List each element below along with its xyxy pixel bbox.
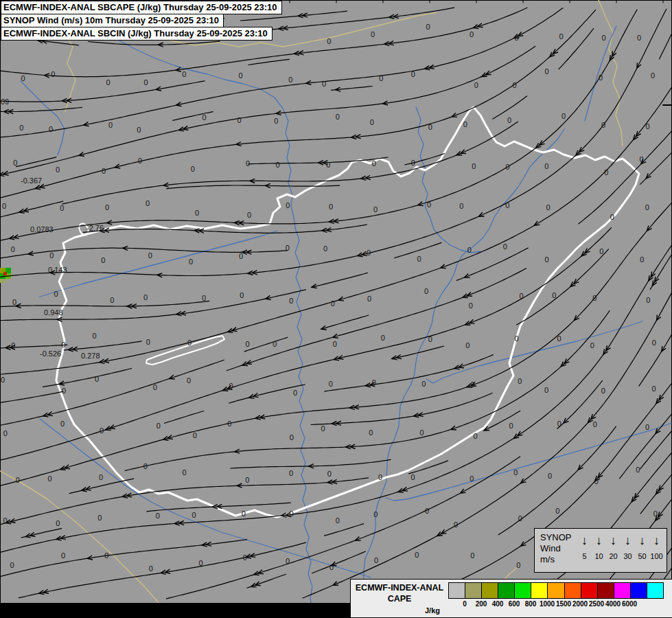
svg-text:0: 0 — [101, 256, 105, 264]
svg-text:0: 0 — [411, 70, 415, 78]
streamlines-layer — [0, 7, 672, 599]
wind-speed-item: ↓30 — [621, 530, 635, 572]
svg-text:0: 0 — [640, 255, 644, 264]
svg-text:0: 0 — [601, 34, 605, 42]
svg-text:0: 0 — [60, 204, 64, 212]
svg-text:0: 0 — [153, 383, 157, 391]
svg-text:0: 0 — [374, 556, 378, 564]
svg-text:0: 0 — [545, 67, 549, 76]
svg-text:0: 0 — [516, 561, 520, 569]
svg-text:0: 0 — [243, 553, 247, 562]
svg-text:-2.76: -2.76 — [86, 224, 104, 232]
svg-text:0: 0 — [137, 126, 141, 134]
cape-scale-label: 4000 — [605, 600, 621, 608]
svg-text:0.948: 0.948 — [44, 308, 63, 317]
cape-color-cell — [630, 583, 647, 598]
svg-text:0: 0 — [512, 81, 516, 89]
svg-text:0: 0 — [421, 380, 426, 388]
svg-text:0: 0 — [2, 202, 6, 210]
svg-text:0: 0 — [333, 340, 337, 348]
svg-text:0: 0 — [246, 159, 250, 168]
svg-text:0: 0 — [515, 34, 519, 42]
wind-legend-param: Wind — [540, 543, 577, 554]
wind-legend-title: SYNOP Wind m/s — [535, 529, 577, 572]
svg-text:0: 0 — [610, 213, 614, 221]
svg-text:0: 0 — [544, 386, 548, 394]
wind-speed-item: ↓20 — [606, 530, 621, 572]
svg-text:0: 0 — [110, 296, 114, 304]
svg-text:0: 0 — [474, 432, 478, 440]
svg-text:0: 0 — [604, 168, 608, 176]
svg-text:0: 0 — [240, 291, 244, 299]
svg-text:0: 0 — [601, 121, 605, 129]
svg-text:0: 0 — [19, 124, 23, 132]
cape-color-cell — [531, 583, 547, 598]
svg-text:0: 0 — [16, 476, 20, 484]
svg-text:0: 0 — [601, 387, 605, 395]
map-title-block: ECMWF-INDEX-ANAL SBCAPE (J/kg) Thursday … — [1, 1, 282, 41]
svg-text:0: 0 — [428, 335, 432, 343]
svg-text:0: 0 — [245, 476, 249, 484]
down-arrow-icon: ↓ — [592, 530, 606, 552]
svg-text:0: 0 — [146, 199, 150, 207]
cape-color-cell — [581, 583, 597, 598]
svg-text:0.278: 0.278 — [81, 352, 100, 360]
svg-text:0: 0 — [472, 162, 476, 170]
svg-text:0: 0 — [322, 80, 326, 88]
svg-text:0: 0 — [144, 78, 148, 87]
svg-text:0: 0 — [105, 203, 109, 211]
down-arrow-icon: ↓ — [635, 530, 649, 552]
svg-text:0: 0 — [336, 516, 340, 525]
svg-text:0: 0 — [276, 161, 280, 169]
svg-text:0: 0 — [545, 255, 549, 264]
svg-text:0: 0 — [327, 470, 332, 478]
down-arrow-icon: ↓ — [649, 530, 664, 552]
cape-legend-model: ECMWF-INDEX-ANAL — [351, 582, 448, 593]
svg-text:0: 0 — [290, 433, 294, 442]
svg-text:0: 0 — [425, 507, 429, 515]
wind-speed-label: 50 — [635, 552, 649, 560]
svg-text:0: 0 — [652, 385, 656, 393]
wind-speed-label: 5 — [577, 552, 592, 560]
svg-text:0: 0 — [470, 30, 474, 38]
svg-text:0: 0 — [286, 557, 290, 565]
cape-patch-layer — [0, 268, 11, 283]
svg-text:0: 0 — [187, 376, 191, 385]
svg-text:0: 0 — [237, 116, 241, 124]
title-wind: SYNOP Wind (m/s) 10m Thursday 25-09-2025… — [1, 14, 224, 27]
svg-text:0: 0 — [329, 203, 333, 211]
svg-text:0: 0 — [189, 258, 193, 266]
cape-scale-label: 400 — [492, 600, 504, 608]
svg-text:0: 0 — [227, 420, 231, 428]
svg-text:0: 0 — [428, 123, 432, 131]
svg-text:0: 0 — [505, 201, 509, 209]
svg-text:0: 0 — [92, 332, 96, 340]
svg-text:0: 0 — [561, 112, 566, 120]
svg-text:0: 0 — [471, 380, 475, 389]
svg-text:0: 0 — [12, 298, 16, 306]
svg-text:0: 0 — [424, 287, 428, 295]
svg-text:0: 0 — [548, 472, 552, 480]
svg-text:0: 0 — [410, 473, 415, 481]
svg-text:0: 0 — [470, 474, 474, 483]
cape-scale-label: 0 — [463, 600, 467, 608]
cape-scale-label: 1000 — [540, 600, 555, 608]
svg-text:0: 0 — [503, 242, 507, 251]
svg-text:0: 0 — [321, 424, 325, 433]
cape-color-cell — [614, 583, 630, 598]
svg-text:0: 0 — [289, 469, 293, 477]
wind-speed-item: ↓5 — [577, 530, 592, 572]
svg-text:0: 0 — [3, 516, 8, 525]
svg-text:0: 0 — [559, 32, 564, 41]
svg-text:0: 0 — [329, 380, 333, 388]
svg-text:0: 0 — [470, 551, 474, 560]
svg-text:0: 0 — [49, 125, 53, 133]
svg-text:0: 0 — [373, 510, 378, 518]
svg-text:0: 0 — [592, 294, 596, 302]
cape-color-cell — [547, 583, 564, 598]
svg-text:0: 0 — [367, 249, 371, 257]
svg-text:0: 0 — [290, 510, 294, 518]
wind-speed-item: ↓50 — [635, 530, 649, 572]
svg-text:0: 0 — [326, 161, 330, 169]
svg-text:0: 0 — [273, 340, 277, 348]
